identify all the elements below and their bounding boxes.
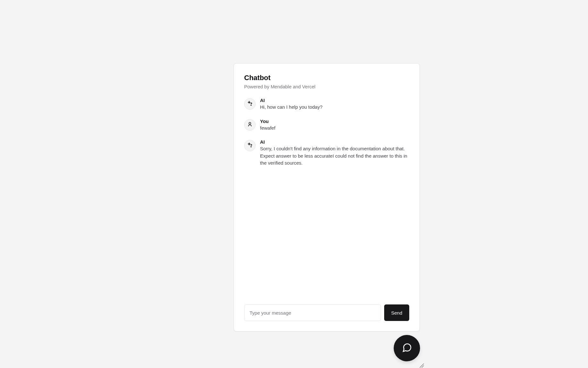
svg-line-1 bbox=[420, 364, 424, 368]
message-sender: AI bbox=[260, 139, 409, 145]
chat-title: Chatbot bbox=[244, 74, 409, 82]
chat-fab-button[interactable] bbox=[394, 335, 420, 361]
ai-avatar bbox=[244, 98, 256, 110]
message-content: AI Sorry, I couldn't find any informatio… bbox=[260, 139, 409, 167]
chat-subtitle: Powered by Mendable and Vercel bbox=[244, 83, 409, 90]
chat-header: Chatbot Powered by Mendable and Vercel bbox=[244, 74, 409, 90]
message-sender: You bbox=[260, 119, 409, 124]
message-input[interactable] bbox=[244, 304, 381, 321]
svg-point-0 bbox=[249, 122, 251, 124]
chat-icon bbox=[402, 343, 412, 354]
sparkles-icon bbox=[247, 100, 253, 107]
messages-container: AI Hi, how can I help you today? You few… bbox=[244, 98, 409, 304]
message-sender: AI bbox=[260, 98, 409, 103]
message-content: You fewafef bbox=[260, 119, 409, 132]
ai-avatar bbox=[244, 140, 256, 151]
send-button[interactable]: Send bbox=[384, 304, 409, 321]
message-text: Sorry, I couldn't find any information i… bbox=[260, 145, 409, 167]
svg-line-2 bbox=[422, 365, 424, 368]
resize-handle[interactable] bbox=[418, 362, 424, 368]
user-icon bbox=[247, 121, 253, 128]
message-content: AI Hi, how can I help you today? bbox=[260, 98, 409, 111]
message-ai: AI Hi, how can I help you today? bbox=[244, 98, 409, 111]
input-row: Send bbox=[244, 304, 409, 321]
message-text: fewafef bbox=[260, 125, 409, 132]
message-text: Hi, how can I help you today? bbox=[260, 104, 409, 111]
user-avatar bbox=[244, 119, 256, 131]
message-user: You fewafef bbox=[244, 119, 409, 132]
message-ai: AI Sorry, I couldn't find any informatio… bbox=[244, 139, 409, 167]
sparkles-icon bbox=[247, 142, 253, 149]
chat-card: Chatbot Powered by Mendable and Vercel A… bbox=[234, 63, 420, 331]
